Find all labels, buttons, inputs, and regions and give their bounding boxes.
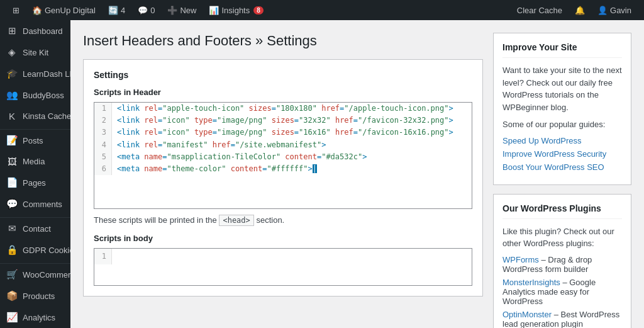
line-num-1: 1 [94,103,112,115]
insights-badge: 8 [253,6,264,14]
plugins-heading: Our WordPress Plugins [502,203,622,219]
home-icon: 🏠 [32,6,42,15]
improve-guides-heading: Some of our popular guides: [502,118,622,131]
code-line-3: 3 <link rel="icon" type="image/png" size… [94,127,472,139]
sidebar-label-contact: Contact [23,224,51,234]
plugins-widget: Our WordPress Plugins Like this plugin? … [493,194,631,329]
clear-cache-button[interactable]: Clear Cache [511,0,569,20]
body-line-num-1: 1 [94,249,112,264]
sidebar-item-buddyboss[interactable]: 👥 BuddyBoss [0,84,70,106]
wp-logo-icon: ⊞ [13,6,19,15]
line-num-3: 3 [94,127,112,139]
sidebar-item-products[interactable]: 📦 Products [0,285,70,307]
posts-icon: 📝 [6,135,18,146]
code-line-5: 5 <meta name="msapplication-TileColor" c… [94,151,472,163]
sidebar-item-comments[interactable]: 💬 Comments [0,193,70,215]
list-item: Speed Up WordPress [502,136,622,145]
improve-your-site-widget: Improve Your Site Want to take your site… [493,33,631,185]
sidebar-label-pages: Pages [23,178,46,188]
plugin-item-wpforms: WPForms – Drag & drop WordPress form bui… [502,255,622,274]
sidebar-item-analytics[interactable]: 📈 Analytics [0,307,70,328]
page-title: Insert Headers and Footers » Settings [83,33,483,49]
sidebar-item-contact[interactable]: ✉ Contact [0,218,70,239]
comments-bar-count: 0 [150,6,155,15]
code-line-4: 4 <link rel="manifest" href="/site.webma… [94,139,472,151]
line-content-2: <link rel="icon" type="image/png" sizes=… [112,115,453,127]
body-code-editor[interactable]: 1 [94,248,472,286]
improve-heading: Improve Your Site [502,42,622,58]
sidebar-item-gdpr[interactable]: 🔒 GDPR Cookie Consent [0,239,70,261]
sidebar-label-products: Products [23,291,55,301]
settings-box: Settings Scripts in Header 1 <link rel="… [83,59,483,297]
site-name-item[interactable]: 🏠 GenUp Digital [26,0,102,20]
plugin-item-optinmonster: OptinMonster – Best WordPress lead gener… [502,310,622,329]
speed-up-link[interactable]: Speed Up WordPress [502,136,582,145]
sidebar-label-kinsta: Kinsta Cache [23,111,70,121]
sidebar-item-sitekit[interactable]: ◈ Site Kit [0,42,70,63]
line-content-1: <link rel="apple-touch-icon" sizes="180x… [112,103,453,115]
sidebar-item-woocommerce[interactable]: 🛒 WooCommerce [0,264,70,285]
head-note-code: <head> [219,215,253,226]
notifications-item[interactable]: 🔔 [569,0,591,20]
new-label: New [180,6,196,15]
head-note-end: section. [256,215,284,225]
plus-icon: ➕ [167,6,177,15]
line-num-4: 4 [94,139,112,151]
head-note: These scripts will be printed in the <he… [94,215,472,225]
plugins-intro: Like this plugin? Check out our other Wo… [502,225,622,250]
sidebar-item-kinsta[interactable]: K Kinsta Cache [0,106,70,127]
security-link[interactable]: Improve WordPress Security [502,149,606,159]
seo-link[interactable]: Boost Your WordPress SEO [502,162,604,172]
contact-icon: ✉ [6,223,18,234]
sidebar-item-pages[interactable]: 📄 Pages [0,172,70,193]
sidebar-item-media[interactable]: 🖼 Media [0,151,70,172]
buddyboss-icon: 👥 [6,89,18,101]
scripts-in-body-label: Scripts in body [94,234,472,243]
sidebar-label-woocommerce: WooCommerce [23,270,70,280]
sidebar-label-analytics: Analytics [23,313,55,322]
wp-logo-item[interactable]: ⊞ [6,0,26,20]
sidebar: ⊞ Dashboard ◈ Site Kit 🎓 LearnDash LMS 👥… [0,20,70,328]
sidebar-label-buddyboss: BuddyBoss [23,91,64,100]
improve-links-list: Speed Up WordPress Improve WordPress Sec… [502,136,622,172]
sidebar-item-dashboard[interactable]: ⊞ Dashboard [0,20,70,42]
list-item: Boost Your WordPress SEO [502,162,622,172]
wpforms-link[interactable]: WPForms [502,255,539,264]
site-name-label: GenUp Digital [45,6,96,15]
pages-icon: 📄 [6,177,18,188]
comments-bar-icon: 💬 [138,6,148,15]
kinsta-icon: K [6,111,18,122]
sidebar-label-media: Media [23,157,45,166]
sidebar-label-sitekit: Site Kit [23,48,48,57]
admin-bar: ⊞ 🏠 GenUp Digital 🔄 4 💬 0 ➕ New 📊 Insigh… [0,0,644,20]
sidebar-item-posts[interactable]: 📝 Posts [0,130,70,151]
new-item[interactable]: ➕ New [161,0,203,20]
line-num-5: 5 [94,151,112,163]
insights-bar-icon: 📊 [209,6,219,15]
updates-count: 4 [121,6,125,15]
sidebar-label-comments: Comments [23,200,62,209]
monsterinsights-link[interactable]: MonsterInsights [502,278,560,287]
comments-sidebar-icon: 💬 [6,198,18,210]
sidebar-item-learndash[interactable]: 🎓 LearnDash LMS [0,63,70,84]
dashboard-icon: ⊞ [6,25,18,37]
updates-item[interactable]: 🔄 4 [102,0,131,20]
sidebar-label-posts: Posts [23,136,43,145]
learndash-icon: 🎓 [6,68,18,79]
comments-bar-item[interactable]: 💬 0 [131,0,161,20]
optinmonster-link[interactable]: OptinMonster [502,310,552,319]
user-avatar-icon: 👤 [597,6,608,15]
line-num-6: 6 [94,163,112,175]
line-content-3: <link rel="icon" type="image/png" sizes=… [112,127,453,139]
sidebar-label-dashboard: Dashboard [23,26,63,36]
line-content-4: <link rel="manifest" href="/site.webmani… [112,139,326,151]
header-code-editor[interactable]: 1 <link rel="apple-touch-icon" sizes="18… [94,102,472,209]
sitekit-icon: ◈ [6,47,18,58]
media-icon: 🖼 [6,156,18,167]
line-content-5: <meta name="msapplication-TileColor" con… [112,151,367,163]
user-item[interactable]: 👤 Gavin [591,0,638,20]
products-icon: 📦 [6,290,18,302]
insights-bar-label: Insights [221,6,250,15]
user-name-label: Gavin [610,6,631,15]
insights-bar-item[interactable]: 📊 Insights 8 [203,0,269,20]
